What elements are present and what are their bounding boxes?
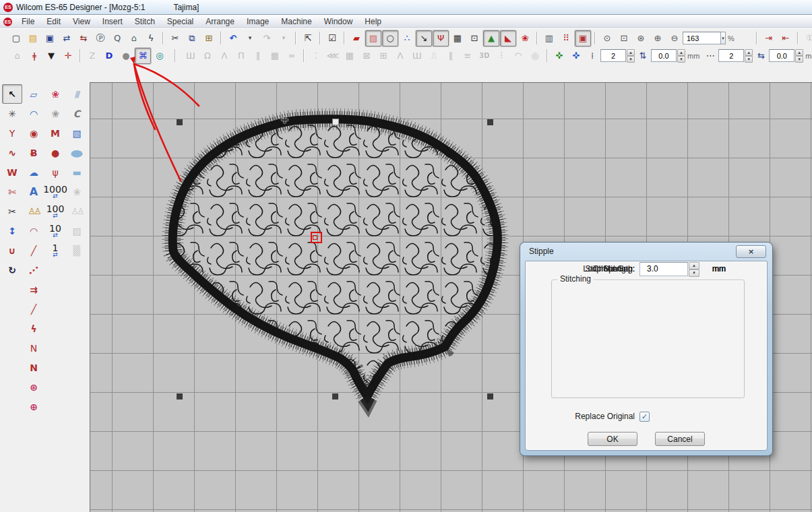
satin-stitch-button[interactable]: Ш xyxy=(183,48,199,64)
align-center-v-button[interactable]: ✜ xyxy=(568,48,584,64)
machine-connect-button[interactable]: ϟ xyxy=(143,30,159,46)
toolbox-item[interactable] xyxy=(67,377,87,397)
menu-item[interactable]: View xyxy=(67,15,96,28)
freehand-shape-button[interactable]: ◎ xyxy=(152,48,168,64)
stitch-length-input[interactable] xyxy=(651,49,677,62)
monogram-alt-tool[interactable]: ❀ xyxy=(45,104,65,123)
grid-toggle-button[interactable]: ▦ xyxy=(449,30,466,46)
toolbox-item[interactable] xyxy=(45,358,65,377)
craft-flower-tool[interactable]: ❀ xyxy=(67,182,87,201)
zoom-dropdown-button[interactable] xyxy=(721,32,726,44)
save-design-button[interactable]: ▣ xyxy=(42,30,58,46)
stitch-angle-button[interactable]: ↘ xyxy=(416,30,432,46)
show-bitmap-button[interactable]: ▲ xyxy=(483,30,499,46)
redo-button[interactable]: ↷ xyxy=(259,30,275,46)
sculpture-run-tool[interactable]: ϟ xyxy=(24,319,44,338)
lettering-tool[interactable]: A xyxy=(24,182,44,201)
toolbox-item[interactable] xyxy=(45,299,65,319)
zoom-out-button[interactable]: ⊖ xyxy=(666,30,683,46)
motif-run-button[interactable]: Π xyxy=(233,48,249,64)
line-input-tool[interactable]: ╱ xyxy=(24,241,44,260)
remove-stitch-tool[interactable]: ✄ xyxy=(2,182,22,201)
selection-handle[interactable] xyxy=(177,393,183,399)
new-design-button[interactable]: ▢ xyxy=(8,30,24,46)
toolbox-item[interactable] xyxy=(67,299,87,319)
wave-fill-button[interactable]: ≈ xyxy=(284,48,300,64)
menu-item[interactable]: Image xyxy=(241,15,275,28)
toolbox-item[interactable] xyxy=(2,397,22,416)
needle-point-tool[interactable]: ψ xyxy=(45,162,65,182)
close-icon[interactable]: × xyxy=(736,245,766,258)
dot-fill-button[interactable]: ⁚ xyxy=(308,48,324,64)
triple-run-tool[interactable]: ⇉ xyxy=(24,280,44,299)
read-from-machine-button[interactable]: ⇆ xyxy=(75,30,92,46)
save-to-machine-button[interactable]: ⇄ xyxy=(59,30,75,46)
zigzag-stitch-button[interactable]: Λ xyxy=(216,48,232,64)
circle-tool-button[interactable]: ● xyxy=(118,48,134,64)
object-select-button[interactable]: ⇱ xyxy=(300,30,316,46)
zoom-fit-button[interactable]: ⊛ xyxy=(633,30,649,46)
open-design-button[interactable]: ▤ xyxy=(25,30,41,46)
contour-fill-button[interactable]: ≡ xyxy=(460,48,476,64)
gap-length-spinner[interactable] xyxy=(795,49,803,62)
undo-dropdown[interactable]: ▾ xyxy=(242,30,258,46)
options-check-button[interactable]: ☑ xyxy=(324,30,340,46)
cut-run-tool[interactable]: ✂ xyxy=(2,201,22,221)
toolbox-item[interactable] xyxy=(67,319,87,338)
menu-item[interactable]: Machine xyxy=(275,15,317,28)
print-preview-button[interactable]: Q xyxy=(109,30,125,46)
stem-stitch-tool[interactable]: ╱ xyxy=(24,299,44,319)
toolbox-item[interactable] xyxy=(67,358,87,377)
stitch-count-spinner[interactable] xyxy=(627,49,635,62)
stitch-list-button[interactable]: ▥ xyxy=(541,30,557,46)
arc-tool[interactable]: C xyxy=(67,104,87,123)
show-vector-button[interactable]: ◣ xyxy=(500,30,516,46)
needle-point-button[interactable]: ǂ xyxy=(26,48,42,64)
paste-button[interactable]: ⊞ xyxy=(201,30,217,46)
weave-tool[interactable]: /// xyxy=(67,84,87,104)
stipple-run-button[interactable]: ⌘ xyxy=(135,48,151,64)
document-logo-icon[interactable]: ES xyxy=(3,18,12,26)
menu-item[interactable]: Special xyxy=(161,15,199,28)
replace-original-checkbox[interactable]: ✓ xyxy=(639,412,650,422)
zoom-in-button[interactable]: ⊕ xyxy=(650,30,666,46)
background-color-button[interactable]: ▣ xyxy=(575,30,591,46)
toolbox-item[interactable] xyxy=(67,338,87,358)
copy-button[interactable]: ⧉ xyxy=(184,30,200,46)
redo-dropdown[interactable]: ▾ xyxy=(276,30,292,46)
zoom-rect-button[interactable]: ⊡ xyxy=(616,30,632,46)
zoom-factor-input[interactable] xyxy=(683,32,721,44)
radial-fill-tool[interactable]: ⊕ xyxy=(24,397,44,416)
three-d-effect-button[interactable]: 3D xyxy=(476,48,493,64)
toolbox-item[interactable] xyxy=(2,319,22,338)
generate-stitches-button[interactable]: ⇥ xyxy=(761,30,777,46)
stitch-angle-tool[interactable]: W xyxy=(2,162,22,182)
parameter-input[interactable] xyxy=(639,262,688,276)
satin-effect-button[interactable]: Ш xyxy=(409,48,425,64)
pattern-stamp-button[interactable]: Z xyxy=(84,48,100,64)
menu-item[interactable]: Help xyxy=(358,15,387,28)
outline-view-button[interactable]: ○ xyxy=(382,30,398,46)
run-count-input[interactable] xyxy=(718,49,744,62)
mesh-fill-button[interactable]: ▦ xyxy=(342,48,358,64)
run-zigzag-tool[interactable]: ∿ xyxy=(2,143,22,162)
selection-handle[interactable] xyxy=(177,119,183,125)
craft-stipple-tool[interactable]: ▒ xyxy=(67,241,87,260)
menu-item[interactable]: Stitch xyxy=(129,15,161,28)
grid-fill-button[interactable]: ▦ xyxy=(267,48,283,64)
needle-select-button[interactable]: ▼ xyxy=(43,48,59,64)
toolbox-item[interactable] xyxy=(2,358,22,377)
show-appliques-button[interactable]: ❀ xyxy=(517,30,533,46)
penetration-button[interactable]: Ψ xyxy=(433,30,449,46)
stitch-count-input[interactable] xyxy=(600,49,626,62)
cloud-fill-tool[interactable]: ☁ xyxy=(24,162,44,182)
selection-handle[interactable] xyxy=(332,393,338,399)
menu-item[interactable]: Insert xyxy=(96,15,129,28)
thread-colors-button[interactable]: ⠿ xyxy=(558,30,574,46)
menu-item[interactable]: Window xyxy=(318,15,359,28)
reshape-tool[interactable]: ▱ xyxy=(24,84,44,104)
hoop-toggle-button[interactable]: ⊡ xyxy=(466,30,482,46)
ellipse-tool[interactable]: ● xyxy=(67,143,87,162)
e-stitch-button[interactable]: Ω xyxy=(199,48,216,64)
zoom-1to1-button[interactable]: ⊙ xyxy=(599,30,615,46)
